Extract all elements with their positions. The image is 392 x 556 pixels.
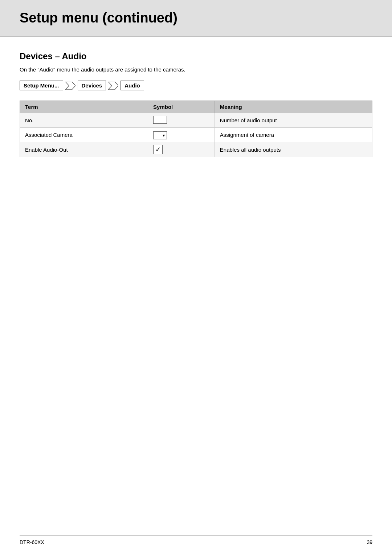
table-row: Associated Camera ▼ Assignment of camera [20, 128, 372, 142]
col-header-meaning: Meaning [215, 101, 372, 113]
page-content: Devices – Audio On the "Audio" menu the … [0, 37, 392, 179]
col-header-term: Term [20, 101, 148, 113]
page-header: Setup menu (continued) [0, 0, 392, 37]
breadcrumb-arrow-1 [65, 82, 75, 90]
row-meaning-associated-camera: Assignment of camera [215, 128, 372, 142]
svg-marker-1 [108, 82, 118, 90]
page-footer: DTR-60XX 39 [20, 535, 372, 545]
footer-model: DTR-60XX [20, 539, 44, 545]
chevron-down-icon: ▼ [162, 134, 166, 138]
row-term-no: No. [20, 113, 148, 128]
row-meaning-no: Number of audio output [215, 113, 372, 128]
row-term-associated-camera: Associated Camera [20, 128, 148, 142]
row-symbol-no [148, 113, 215, 128]
terms-table: Term Symbol Meaning No. Number of audio … [20, 101, 372, 157]
checkbox-checked-icon: ✓ [153, 145, 163, 154]
breadcrumb-audio: Audio [121, 81, 144, 90]
row-term-enable-audio-out: Enable Audio-Out [20, 142, 148, 157]
col-header-symbol: Symbol [148, 101, 215, 113]
symbol-box-icon [153, 116, 167, 124]
row-symbol-enable-audio-out: ✓ [148, 142, 215, 157]
row-meaning-enable-audio-out: Enables all audio outputs [215, 142, 372, 157]
footer-page-number: 39 [367, 539, 372, 545]
breadcrumb-setup-menu: Setup Menu... [20, 81, 63, 90]
breadcrumb-arrow-2 [108, 82, 118, 90]
table-header-row: Term Symbol Meaning [20, 101, 372, 113]
dropdown-icon: ▼ [153, 131, 167, 139]
breadcrumb: Setup Menu... Devices Audio [20, 81, 372, 90]
section-description: On the "Audio" menu the audio outputs ar… [20, 66, 372, 73]
breadcrumb-devices: Devices [78, 81, 106, 90]
svg-marker-0 [65, 82, 75, 90]
table-row: Enable Audio-Out ✓ Enables all audio out… [20, 142, 372, 157]
table-row: No. Number of audio output [20, 113, 372, 128]
page-title: Setup menu (continued) [20, 10, 177, 25]
section-title: Devices – Audio [20, 51, 372, 61]
row-symbol-associated-camera: ▼ [148, 128, 215, 142]
